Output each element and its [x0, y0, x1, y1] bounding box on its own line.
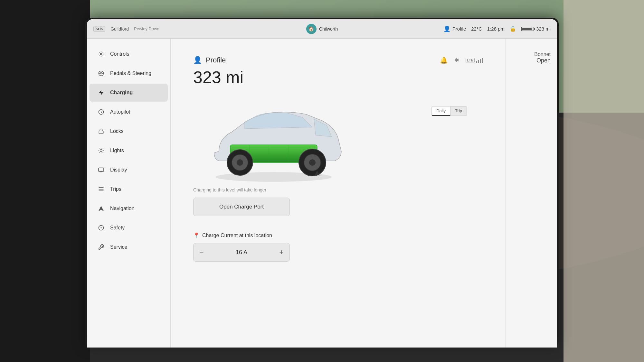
display-label: Display [110, 167, 127, 173]
decrease-current-button[interactable]: − [194, 243, 210, 261]
sidebar-item-locks[interactable]: Locks [90, 122, 168, 140]
trips-icon [97, 185, 105, 193]
svg-line-21 [103, 149, 103, 149]
sidebar-item-charging[interactable]: Charging [90, 84, 168, 102]
status-bar-center: 🏠 Chilworth [306, 24, 338, 34]
svg-line-17 [103, 152, 103, 153]
open-charge-port-button[interactable]: Open Charge Port [193, 198, 290, 216]
status-bar-right: 👤 Profile 22°C 1:28 pm 🔓 323 mi [338, 25, 551, 32]
lock-status-icon: 🔓 [510, 26, 516, 32]
panel-header: 👤 Profile 🔔 ✱ LTE [184, 48, 493, 64]
pedals-icon [97, 70, 105, 77]
sidebar-item-trips[interactable]: Trips [90, 180, 168, 198]
sidebar: Controls Pedals & Steering [87, 39, 171, 348]
svg-point-39 [237, 159, 243, 166]
trips-label: Trips [110, 186, 121, 192]
current-input-row: − 16 A + [193, 243, 290, 262]
tab-daily[interactable]: Daily [431, 106, 450, 116]
range-display: 323 mi [184, 68, 493, 87]
lights-icon [97, 147, 105, 154]
sidebar-item-navigation[interactable]: Navigation [90, 200, 168, 218]
car-visualization-section: Daily Trip [184, 93, 493, 262]
signal-bar-2 [478, 60, 479, 63]
lights-label: Lights [110, 148, 124, 153]
bell-icon[interactable]: 🔔 [440, 56, 448, 64]
controls-label: Controls [110, 51, 129, 57]
display-icon [97, 166, 105, 174]
dashboard-screen: SOS Guildford Pewley Down 🏠 Chilworth 👤 … [87, 19, 557, 348]
signal-bars [476, 57, 483, 63]
svg-line-20 [99, 152, 100, 153]
charging-icon [97, 89, 105, 97]
profile-status-label: Profile [452, 26, 466, 32]
tab-trip[interactable]: Trip [450, 106, 467, 116]
temperature-display: 22°C [471, 26, 482, 32]
time-display: 1:28 pm [487, 26, 505, 32]
service-label: Service [110, 244, 127, 250]
svg-rect-4 [564, 0, 644, 362]
locks-icon [97, 127, 105, 135]
svg-point-42 [309, 159, 316, 166]
location-dot-icon: 🏠 [306, 24, 317, 34]
bonnet-status[interactable]: Open [534, 57, 551, 64]
battery-bar [521, 27, 534, 31]
autopilot-icon [97, 108, 105, 116]
location-pin-icon: 📍 [193, 232, 200, 238]
svg-rect-3 [0, 0, 90, 362]
controls-icon [97, 50, 105, 58]
safety-icon [97, 224, 105, 232]
map-sublocation: Pewley Down [134, 26, 159, 31]
sidebar-item-pedals-steering[interactable]: Pedals & Steering [90, 64, 168, 82]
sos-badge[interactable]: SOS [93, 26, 105, 32]
status-bar: SOS Guildford Pewley Down 🏠 Chilworth 👤 … [87, 19, 557, 39]
profile-status-section[interactable]: 👤 Profile [443, 25, 466, 32]
car-illustration [193, 93, 354, 183]
autopilot-label: Autopilot [110, 109, 130, 115]
battery-fill [522, 28, 532, 30]
current-value-display: 16 A [210, 249, 273, 256]
panel-title: Profile [206, 56, 226, 64]
sidebar-item-display[interactable]: Display [90, 161, 168, 179]
svg-rect-22 [99, 168, 104, 172]
status-bar-left: SOS Guildford Pewley Down [93, 26, 306, 32]
increase-current-button[interactable]: + [273, 243, 289, 261]
profile-person-icon: 👤 [443, 25, 450, 32]
svg-line-16 [99, 149, 100, 149]
sidebar-item-autopilot[interactable]: Autopilot [90, 103, 168, 121]
signal-bar-4 [482, 58, 483, 63]
main-content: Controls Pedals & Steering [87, 39, 557, 348]
header-right: 🔔 ✱ LTE [440, 56, 483, 64]
battery-range: 323 mi [536, 26, 551, 32]
navigation-icon [97, 205, 105, 212]
service-icon [97, 243, 105, 251]
charging-panel: 👤 Profile 🔔 ✱ LTE [171, 39, 506, 348]
charge-tabs: Daily Trip [431, 106, 467, 116]
svg-point-30 [101, 227, 101, 228]
svg-rect-12 [99, 131, 103, 134]
charging-note: Charging to this level will take longer [193, 187, 493, 192]
map-location-guildford: Guildford [110, 26, 129, 32]
charge-location-label: 📍 Charge Current at this location [193, 232, 493, 238]
sidebar-item-lights[interactable]: Lights [90, 142, 168, 160]
battery-status: 323 mi [521, 26, 551, 32]
location-chip[interactable]: 🏠 Chilworth [306, 24, 338, 34]
signal-bar-1 [476, 61, 477, 63]
pedals-label: Pedals & Steering [110, 70, 151, 76]
center-location-text: Chilworth [319, 26, 338, 32]
signal-bar-3 [480, 59, 481, 63]
sidebar-item-safety[interactable]: Safety [90, 219, 168, 237]
svg-marker-28 [99, 206, 104, 211]
locks-label: Locks [110, 128, 124, 134]
navigation-label: Navigation [110, 206, 135, 211]
bonnet-section: Bonnet Open [534, 51, 551, 64]
right-panel: Bonnet Open [506, 39, 557, 348]
charging-label: Charging [110, 90, 133, 96]
sidebar-item-service[interactable]: Service [90, 238, 168, 256]
safety-label: Safety [110, 225, 125, 231]
svg-point-5 [100, 53, 102, 55]
charge-location-section: 📍 Charge Current at this location − 16 A… [193, 232, 493, 262]
lte-badge: LTE [466, 58, 475, 62]
sidebar-item-controls[interactable]: Controls [90, 45, 168, 63]
profile-icon: 👤 [193, 56, 202, 64]
bluetooth-icon[interactable]: ✱ [454, 57, 459, 64]
